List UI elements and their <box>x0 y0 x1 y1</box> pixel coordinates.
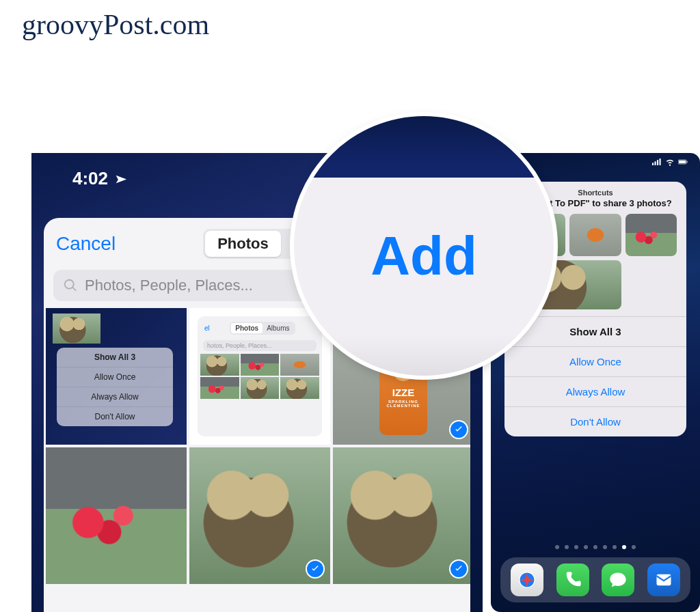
action-allow-once[interactable]: Allow Once <box>504 346 686 376</box>
action-dont-allow[interactable]: Don't Allow <box>504 406 686 436</box>
search-placeholder: Photos, People, Places... <box>85 277 253 294</box>
signal-icon <box>652 157 662 167</box>
location-icon <box>111 170 128 187</box>
thumb <box>569 214 621 256</box>
photo-tile-selected[interactable] <box>333 447 470 584</box>
svg-rect-1 <box>655 161 656 165</box>
page-indicator <box>491 545 700 549</box>
selected-check-icon <box>449 559 468 579</box>
mini-dont-allow[interactable]: Don't Allow <box>57 406 173 426</box>
mini-search: hotos, People, Places... <box>203 340 317 351</box>
action-always-allow[interactable]: Always Allow <box>504 376 686 406</box>
thumb <box>625 214 677 256</box>
mini-always-allow[interactable]: Always Allow <box>57 387 173 406</box>
wifi-icon <box>665 157 675 167</box>
photo-tile[interactable]: Show All 3 Allow Once Always Allow Don't… <box>46 308 187 445</box>
magnifier-label: Add <box>371 225 477 288</box>
search-icon <box>63 278 78 293</box>
photo-tile[interactable] <box>46 447 187 584</box>
izze-brand: IZZE <box>392 387 415 398</box>
segment-photos[interactable]: Photos <box>205 231 281 257</box>
magnifier-callout: Add <box>294 116 554 376</box>
dock-app-phone[interactable] <box>556 564 589 596</box>
mini-cancel: el <box>204 324 210 332</box>
mini-allow-once[interactable]: Allow Once <box>57 367 173 387</box>
svg-rect-3 <box>660 158 661 165</box>
mini-picker: el Photos Albums hotos, People, Places..… <box>198 316 322 436</box>
mini-seg-albums: Albums <box>262 323 293 333</box>
cancel-button[interactable]: Cancel <box>56 233 116 255</box>
dock-app-safari[interactable] <box>511 564 543 596</box>
dock-app-mail[interactable] <box>647 564 680 596</box>
action-show-all[interactable]: Show All 3 <box>504 316 686 346</box>
photo-tile-selected[interactable] <box>189 447 330 584</box>
status-time: 4:02 <box>72 168 108 189</box>
mini-show-all[interactable]: Show All 3 <box>57 348 173 367</box>
dialog-actions: Show All 3 Allow Once Always Allow Don't… <box>504 316 686 436</box>
photo-tile[interactable]: el Photos Albums hotos, People, Places..… <box>189 308 330 445</box>
mini-seg-photos: Photos <box>231 323 262 333</box>
battery-icon <box>678 157 688 167</box>
selected-check-icon <box>306 559 325 579</box>
selected-check-icon <box>449 420 468 439</box>
svg-rect-5 <box>679 161 686 163</box>
svg-rect-0 <box>652 163 654 165</box>
svg-rect-6 <box>687 161 688 163</box>
dock <box>500 557 690 602</box>
svg-rect-2 <box>657 160 658 165</box>
dock-app-messages[interactable] <box>602 564 634 596</box>
site-title: groovyPost.com <box>0 0 700 41</box>
mini-permission-menu: Show All 3 Allow Once Always Allow Don't… <box>57 348 173 426</box>
